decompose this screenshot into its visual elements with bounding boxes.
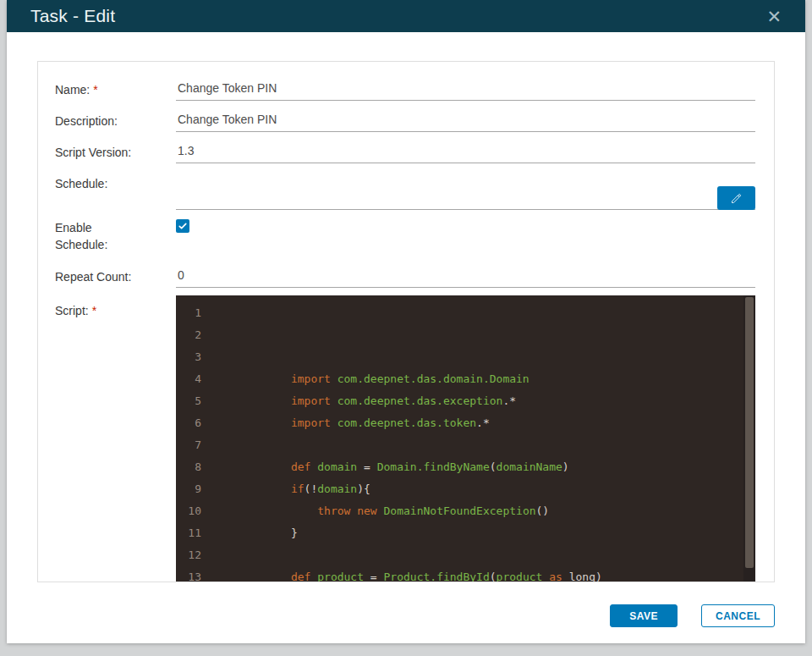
- script-row: Script:* 1234 import com.deepnet.das.dom…: [55, 295, 755, 582]
- modal-header: Task - Edit ✕: [7, 0, 805, 32]
- line-number: 10: [176, 500, 201, 522]
- line-number: 12: [176, 544, 201, 566]
- line-code: [201, 324, 211, 346]
- line-number: 13: [176, 566, 201, 582]
- line-code: [201, 302, 211, 324]
- modal-body: Name:* Description: Script Version:: [7, 32, 805, 582]
- line-code: def domain = Domain.findByName(domainNam…: [201, 456, 569, 478]
- code-line: 5 import com.deepnet.das.exception.*: [176, 390, 755, 412]
- line-number: 7: [176, 434, 201, 456]
- line-number: 3: [176, 346, 201, 368]
- line-number: 1: [176, 302, 201, 324]
- enable-schedule-checkbox[interactable]: [176, 219, 189, 233]
- enable-schedule-label: Enable Schedule:: [55, 215, 176, 262]
- schedule-label: Schedule:: [55, 171, 176, 192]
- code-line: 6 import com.deepnet.das.token.*: [176, 412, 755, 434]
- repeat-count-row: Repeat Count:: [55, 264, 755, 288]
- editor-scrollbar[interactable]: [743, 295, 755, 582]
- name-row: Name:*: [55, 77, 755, 101]
- repeat-count-label: Repeat Count:: [55, 264, 176, 288]
- line-number: 6: [176, 412, 201, 434]
- script-version-row: Script Version:: [55, 140, 755, 163]
- script-version-label: Script Version:: [55, 140, 176, 163]
- name-label: Name:*: [55, 77, 176, 101]
- code-line: 4 import com.deepnet.das.domain.Domain: [176, 368, 755, 390]
- line-code: throw new DomainNotFoundException(): [201, 500, 549, 522]
- schedule-input[interactable]: [176, 186, 755, 210]
- line-number: 9: [176, 478, 201, 500]
- code-line: 3: [176, 346, 755, 368]
- save-button[interactable]: SAVE: [610, 604, 678, 627]
- enable-schedule-row: Enable Schedule:: [55, 215, 755, 262]
- line-code: if(!domain){: [201, 478, 370, 500]
- repeat-count-input[interactable]: [176, 264, 755, 288]
- script-label-text: Script:: [55, 304, 89, 317]
- code-line: 9 if(!domain){: [176, 478, 755, 500]
- code-line: 2: [176, 324, 755, 346]
- line-code: }: [201, 522, 298, 544]
- script-label: Script:*: [55, 295, 176, 582]
- required-asterisk: *: [92, 304, 96, 317]
- schedule-row: Schedule:: [55, 171, 755, 210]
- code-line: 12: [176, 544, 755, 566]
- task-edit-modal: Task - Edit ✕ Name:* Description: Script…: [7, 0, 805, 643]
- close-icon[interactable]: ✕: [766, 8, 782, 25]
- line-number: 4: [176, 368, 201, 390]
- scrollbar-thumb[interactable]: [745, 297, 754, 568]
- name-input[interactable]: [176, 77, 755, 101]
- code-lines: 1234 import com.deepnet.das.domain.Domai…: [176, 302, 755, 582]
- line-code: [201, 434, 211, 456]
- check-icon: [178, 221, 188, 231]
- modal-footer: SAVE CANCEL: [7, 582, 805, 643]
- code-line: 10 throw new DomainNotFoundException(): [176, 500, 755, 522]
- description-row: Description:: [55, 108, 755, 132]
- line-code: [201, 544, 211, 566]
- code-line: 13 def product = Product.findById(produc…: [176, 566, 755, 582]
- modal-title: Task - Edit: [30, 6, 115, 26]
- script-version-input[interactable]: [176, 140, 755, 163]
- line-code: [201, 346, 211, 368]
- line-code: import com.deepnet.das.token.*: [201, 412, 490, 434]
- description-input[interactable]: [176, 108, 755, 132]
- code-line: 7: [176, 434, 755, 456]
- script-editor[interactable]: 1234 import com.deepnet.das.domain.Domai…: [176, 295, 755, 582]
- required-asterisk: *: [93, 83, 97, 96]
- code-line: 1: [176, 302, 755, 324]
- code-line: 11 }: [176, 522, 755, 544]
- line-code: import com.deepnet.das.domain.Domain: [201, 368, 529, 390]
- name-label-text: Name:: [55, 83, 90, 96]
- pencil-icon: [730, 192, 743, 205]
- schedule-edit-button[interactable]: [717, 186, 755, 210]
- line-number: 8: [176, 456, 201, 478]
- form-card: Name:* Description: Script Version:: [37, 61, 775, 582]
- cancel-button[interactable]: CANCEL: [701, 604, 775, 627]
- line-number: 11: [176, 522, 201, 544]
- description-label: Description:: [55, 108, 176, 132]
- line-code: import com.deepnet.das.exception.*: [201, 390, 516, 412]
- line-number: 5: [176, 390, 201, 412]
- line-number: 2: [176, 324, 201, 346]
- code-line: 8 def domain = Domain.findByName(domainN…: [176, 456, 755, 478]
- line-code: def product = Product.findById(product a…: [201, 566, 602, 582]
